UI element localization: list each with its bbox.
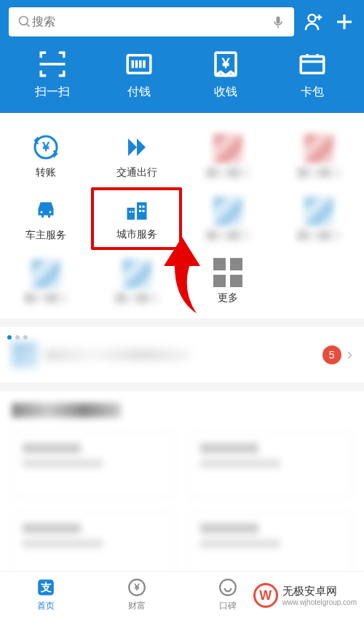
feed-section: [0, 391, 364, 590]
svg-rect-2: [277, 17, 280, 24]
alipay-icon: 支: [36, 578, 55, 597]
watermark-url: www.wjhotelgroup.com: [282, 598, 357, 606]
svg-text:¥: ¥: [221, 56, 229, 71]
watermark: W 无极安卓网 www.wjhotelgroup.com: [253, 583, 357, 608]
svg-rect-25: [139, 210, 141, 212]
grid-transport[interactable]: 交通出行: [91, 125, 182, 187]
svg-point-0: [20, 17, 28, 26]
more-icon: [213, 258, 242, 287]
grid-car[interactable]: 车主服务: [0, 187, 91, 250]
collect-icon: ¥: [210, 50, 241, 79]
svg-point-18: [49, 211, 51, 214]
search-icon: [17, 15, 32, 29]
pay-action[interactable]: 付钱: [95, 50, 182, 100]
badge-count: 5: [323, 345, 341, 364]
grid-transfer[interactable]: ¥ 转账: [0, 125, 91, 187]
svg-text:¥: ¥: [133, 582, 139, 592]
car-icon: [31, 195, 60, 224]
svg-rect-22: [132, 211, 133, 213]
grid-blur-9[interactable]: [0, 250, 91, 313]
wealth-icon: ¥: [127, 578, 146, 597]
svg-rect-26: [142, 210, 144, 212]
grid-city-service[interactable]: 城市服务: [91, 187, 182, 250]
pay-label: 付钱: [127, 85, 151, 100]
svg-text:支: 支: [39, 581, 51, 593]
car-label: 车主服务: [25, 229, 66, 242]
tab-koubei-label: 口碑: [219, 600, 237, 612]
svg-rect-24: [142, 206, 144, 208]
mic-icon[interactable]: [271, 15, 285, 29]
svg-rect-19: [127, 208, 135, 220]
svg-point-17: [40, 211, 42, 214]
watermark-logo: W: [253, 583, 278, 608]
svg-point-3: [309, 15, 316, 22]
feed-card[interactable]: [189, 512, 352, 578]
tab-wealth-label: 财富: [128, 600, 146, 612]
svg-rect-23: [139, 206, 141, 208]
grid-blur-3[interactable]: [182, 125, 273, 187]
carousel-dots: [7, 335, 28, 340]
search-box[interactable]: [9, 7, 294, 36]
more-label: 更多: [218, 292, 238, 305]
tab-home[interactable]: 支 首页: [0, 572, 91, 618]
add-friend-icon[interactable]: [303, 11, 325, 33]
watermark-name: 无极安卓网: [282, 584, 357, 598]
svg-rect-20: [137, 203, 147, 220]
feed-title: [12, 403, 121, 418]
card-label: 卡包: [301, 85, 324, 100]
city-label: 城市服务: [116, 228, 157, 241]
search-input[interactable]: [32, 15, 271, 28]
collect-action[interactable]: ¥ 收钱: [182, 50, 269, 100]
collect-label: 收钱: [214, 85, 237, 100]
tab-wealth[interactable]: ¥ 财富: [91, 572, 182, 618]
scan-label: 扫一扫: [35, 85, 70, 100]
grid-empty: [273, 250, 364, 313]
tab-home-label: 首页: [37, 600, 55, 612]
chevron-right-icon: ›: [347, 345, 352, 364]
barcode-icon: [124, 50, 154, 79]
grid-blur-7[interactable]: [182, 187, 273, 250]
plus-icon[interactable]: [333, 11, 355, 33]
transfer-label: 转账: [36, 166, 56, 179]
scan-icon: [37, 50, 68, 79]
feed-card[interactable]: [189, 432, 352, 498]
grid-more[interactable]: 更多: [182, 250, 273, 313]
svg-line-1: [27, 24, 30, 27]
feed-card[interactable]: [12, 512, 175, 578]
card-action[interactable]: 卡包: [269, 50, 355, 100]
svg-text:¥: ¥: [41, 140, 50, 153]
grid-blur-10[interactable]: [91, 250, 182, 313]
svg-rect-13: [301, 57, 324, 74]
transport-icon: [122, 133, 151, 162]
grid-blur-4[interactable]: [273, 125, 364, 187]
scan-action[interactable]: 扫一扫: [9, 50, 95, 100]
svg-point-31: [220, 579, 236, 595]
grid-blur-8[interactable]: [273, 187, 364, 250]
feed-card[interactable]: [12, 432, 175, 498]
svg-rect-21: [129, 211, 130, 213]
transfer-icon: ¥: [31, 133, 60, 162]
notification-banner[interactable]: 5 ›: [0, 327, 364, 383]
card-icon: [297, 50, 328, 79]
transport-label: 交通出行: [116, 166, 157, 179]
koubei-icon: [218, 578, 237, 597]
city-icon: [122, 196, 151, 224]
